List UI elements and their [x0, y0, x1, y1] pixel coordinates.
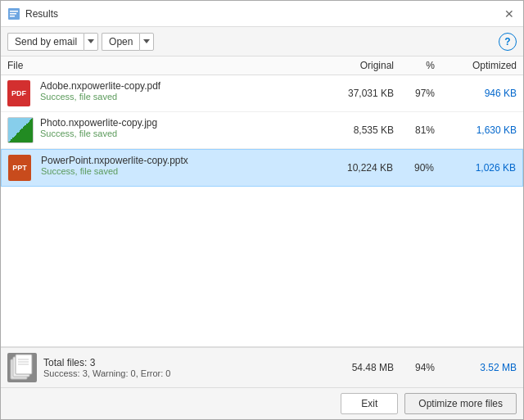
file-status: Success, file saved: [41, 166, 188, 176]
file-optimized: 946 KB: [435, 88, 517, 99]
exit-button[interactable]: Exit: [341, 393, 398, 414]
file-info: Adobe.nxpowerlite-copy.pdf Success, file…: [40, 80, 160, 102]
svg-rect-2: [10, 13, 16, 15]
pptx-icon: PPT: [8, 155, 34, 181]
col-percent: %: [394, 60, 435, 71]
file-info: Photo.nxpowerlite-copy.jpg Success, file…: [40, 117, 157, 138]
optimize-more-button[interactable]: Optimize more files: [404, 393, 517, 414]
file-info: PowerPoint.nxpowerlite-copy.pptx Success…: [41, 155, 188, 176]
open-group: Open: [102, 33, 154, 51]
toolbar: Send by email Open ?: [1, 27, 523, 56]
col-file: File: [7, 60, 312, 71]
send-email-dropdown[interactable]: [84, 33, 98, 51]
file-percent: 81%: [394, 124, 435, 136]
open-button[interactable]: Open: [102, 33, 139, 51]
footer-left: Total files: 3 Success: 3, Warning: 0, E…: [7, 353, 312, 382]
file-original: 37,031 KB: [312, 88, 394, 99]
svg-rect-1: [10, 11, 18, 12]
table-row[interactable]: PDF Adobe.nxpowerlite-copy.pdf Success, …: [1, 75, 523, 112]
open-arrow-icon: [143, 39, 150, 43]
file-original: 10,224 KB: [311, 162, 393, 174]
svg-rect-3: [10, 16, 15, 17]
file-name: Photo.nxpowerlite-copy.jpg: [40, 117, 157, 129]
footer-detail: Success: 3, Warning: 0, Error: 0: [43, 368, 170, 378]
titlebar: Results ✕: [1, 1, 523, 27]
jpg-icon: [7, 117, 34, 143]
titlebar-left: Results: [7, 7, 58, 20]
help-button[interactable]: ?: [499, 33, 517, 51]
file-name: PowerPoint.nxpowerlite-copy.pptx: [41, 155, 188, 166]
table-body: PDF Adobe.nxpowerlite-copy.pdf Success, …: [1, 75, 523, 346]
file-percent: 90%: [393, 162, 434, 174]
bottom-bar: Exit Optimize more files: [1, 387, 523, 419]
footer-total-percent: 94%: [394, 362, 435, 373]
file-percent: 97%: [394, 88, 435, 99]
footer-total-optimized: 3.52 MB: [435, 362, 517, 373]
pdf-icon: PDF: [7, 80, 34, 106]
file-cell: PDF Adobe.nxpowerlite-copy.pdf Success, …: [7, 80, 312, 106]
main-window: Results ✕ Send by email Open ? File Orig…: [0, 0, 524, 420]
table-row[interactable]: PPT PowerPoint.nxpowerlite-copy.pptx Suc…: [1, 149, 523, 187]
file-status: Success, file saved: [40, 129, 157, 138]
stacked-docs-icon: [7, 353, 37, 382]
col-optimized: Optimized: [435, 60, 517, 71]
close-button[interactable]: ✕: [502, 7, 517, 21]
file-optimized: 1,630 KB: [435, 124, 517, 136]
window-title: Results: [25, 8, 58, 20]
send-email-group: Send by email: [7, 33, 98, 51]
footer-total-size: 54.48 MB: [312, 362, 394, 373]
table-row[interactable]: Photo.nxpowerlite-copy.jpg Success, file…: [1, 112, 523, 149]
file-cell: Photo.nxpowerlite-copy.jpg Success, file…: [7, 117, 312, 143]
file-status: Success, file saved: [40, 92, 160, 102]
footer-text: Total files: 3 Success: 3, Warning: 0, E…: [43, 357, 170, 378]
file-name: Adobe.nxpowerlite-copy.pdf: [40, 80, 160, 92]
send-email-arrow-icon: [88, 39, 94, 43]
window-icon: [7, 7, 20, 20]
file-cell: PPT PowerPoint.nxpowerlite-copy.pptx Suc…: [8, 155, 311, 181]
total-files-icon: [7, 353, 37, 382]
footer-total-label: Total files: 3: [43, 357, 170, 368]
open-dropdown[interactable]: [139, 33, 154, 51]
file-optimized: 1,026 KB: [434, 162, 516, 174]
table-header: File Original % Optimized: [1, 56, 523, 75]
col-original: Original: [312, 60, 394, 71]
footer-bar: Total files: 3 Success: 3, Warning: 0, E…: [1, 346, 523, 387]
file-original: 8,535 KB: [312, 124, 394, 136]
send-email-button[interactable]: Send by email: [7, 33, 84, 51]
